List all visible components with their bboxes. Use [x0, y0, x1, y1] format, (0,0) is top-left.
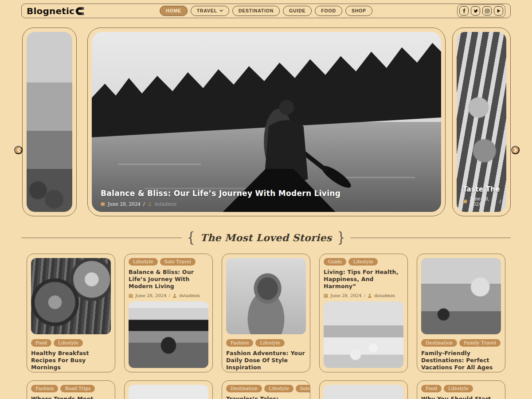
user-icon — [148, 202, 152, 206]
category-tag[interactable]: Destination — [226, 385, 262, 392]
carousel-slide-current[interactable]: Balance & Bliss: Our Life’s Journey With… — [87, 27, 446, 216]
heading-rule-right — [350, 238, 511, 238]
meta-separator: / — [499, 199, 501, 204]
stories-grid: Food Lifestyle Healthy Breakfast Recipes… — [27, 254, 505, 399]
hero-carousel: Balance & Bliss: Our Life’s Journey With… — [0, 27, 532, 216]
story-date: June 28, 2024 — [330, 293, 362, 298]
category-tag[interactable]: Road Trips — [60, 385, 95, 392]
story-card[interactable]: Destination Family Travel Family-Friendl… — [417, 254, 505, 372]
category-tag[interactable]: Lifestyle — [54, 339, 83, 347]
nav-item-shop[interactable]: SHOP — [345, 6, 372, 16]
category-tag[interactable]: Solo Travel — [160, 258, 196, 266]
hero-post-title[interactable]: Balance & Bliss: Our Life’s Journey With… — [101, 189, 436, 198]
story-card[interactable]: Lifestyle Solo Travel Balance & Bliss: O… — [124, 254, 213, 372]
story-card[interactable]: Fashion Lifestyle Fashion Adventure: You… — [222, 254, 310, 372]
story-title[interactable]: Traveler’s Tales: Inspiring Journeys And — [226, 395, 306, 399]
category-tag[interactable]: Lifestyle — [255, 339, 285, 347]
instagram-icon[interactable] — [482, 6, 492, 16]
heading-brace-right: } — [337, 231, 345, 245]
nav-item-travel[interactable]: TRAVEL — [191, 6, 229, 16]
tag-list: Fashion Road Trips — [31, 385, 111, 392]
category-tag[interactable]: Lifestyle — [264, 385, 293, 392]
story-card[interactable]: Fashion Road Trips Where Trends Meet Tim… — [27, 380, 115, 399]
hero-post-title[interactable]: Taste The World — [463, 185, 501, 193]
chevron-left-icon — [17, 148, 20, 152]
nav-item-guide[interactable]: GUIDE — [283, 6, 312, 16]
slide-photo[interactable]: Balance & Bliss: Our Life’s Journey With… — [92, 32, 441, 212]
section-title: The Most Loved Stories — [200, 232, 332, 243]
story-title[interactable]: Living: Tips For Health, Happiness, And … — [324, 269, 403, 290]
carousel-prev-button[interactable] — [14, 146, 23, 154]
story-title[interactable]: Where Trends Meet Timeless Style And — [31, 395, 111, 399]
hero-caption: Taste The World June 28, 2024 / — [463, 185, 501, 207]
story-thumbnail[interactable] — [129, 385, 208, 399]
story-card[interactable] — [124, 380, 213, 399]
carousel-slide-previous[interactable] — [22, 27, 77, 216]
story-card[interactable]: Food Lifestyle Healthy Breakfast Recipes… — [27, 254, 115, 372]
twitter-icon[interactable] — [471, 6, 480, 16]
story-thumbnail[interactable] — [324, 385, 403, 399]
category-tag[interactable]: Guide — [324, 258, 346, 266]
calendar-icon — [129, 293, 133, 298]
calendar-icon — [463, 199, 467, 203]
tag-list: Guide Lifestyle — [324, 258, 403, 266]
category-tag[interactable]: Fashion — [226, 339, 253, 347]
youtube-play-icon[interactable] — [494, 6, 503, 16]
heading-brace-left: { — [187, 231, 195, 245]
category-tag[interactable]: Lifestyle — [129, 258, 158, 266]
hero-caption: Balance & Bliss: Our Life’s Journey With… — [101, 189, 436, 207]
story-card[interactable]: Food Lifestyle Why You Should Start Your… — [417, 380, 505, 399]
story-author: dstadmin — [179, 293, 200, 298]
tag-list: Destination Lifestyle Solo Travel — [226, 385, 306, 392]
hero-post-meta: June 28, 2024 / dstadmin — [101, 201, 436, 207]
story-thumbnail[interactable] — [226, 258, 306, 334]
user-icon — [368, 293, 372, 298]
social-links — [457, 4, 505, 17]
category-tag[interactable]: Lifestyle — [444, 385, 473, 392]
category-tag[interactable]: Fashion — [31, 385, 58, 392]
carousel-next-button[interactable] — [511, 146, 520, 154]
meta-separator: / — [169, 293, 170, 298]
category-tag[interactable]: Destination — [421, 339, 457, 347]
story-thumbnail[interactable] — [129, 301, 208, 368]
story-title[interactable]: Balance & Bliss: Our Life’s Journey With… — [129, 269, 208, 290]
slide-photo[interactable] — [27, 32, 72, 212]
tag-list: Food Lifestyle — [421, 385, 501, 392]
story-thumbnail[interactable] — [324, 301, 403, 368]
story-title[interactable]: Fashion Adventure: Your Daily Dose Of St… — [226, 350, 306, 371]
story-card[interactable] — [319, 380, 408, 399]
hero-post-meta: June 28, 2024 / — [463, 196, 501, 207]
story-thumbnail[interactable] — [31, 258, 111, 334]
site-logo-text: Blognetic — [27, 6, 74, 16]
hero-photo-canoe-scene — [92, 32, 441, 212]
category-tag[interactable]: Lifestyle — [348, 258, 378, 266]
story-card[interactable]: Guide Lifestyle Living: Tips For Health,… — [319, 254, 408, 372]
nav-item-home[interactable]: HOME — [160, 6, 188, 16]
nav-item-food[interactable]: FOOD — [315, 6, 342, 16]
category-tag[interactable]: Family Travel — [459, 339, 501, 347]
story-meta: June 28, 2024 / dstadmin — [129, 293, 208, 298]
story-title[interactable]: Healthy Breakfast Recipes For Busy Morni… — [31, 350, 111, 371]
story-author: dstadmin — [374, 293, 395, 298]
tag-list: Lifestyle Solo Travel — [129, 258, 208, 266]
story-thumbnail[interactable] — [421, 258, 501, 334]
category-tag[interactable]: Food — [31, 339, 51, 347]
category-tag[interactable]: Solo Travel — [296, 385, 310, 392]
story-card[interactable]: Destination Lifestyle Solo Travel Travel… — [222, 380, 310, 399]
facebook-icon[interactable] — [459, 6, 469, 16]
meta-separator: / — [364, 293, 365, 298]
main-nav: HOME TRAVEL DESTINATION GUIDE FOOD SHOP — [160, 6, 372, 16]
category-tag[interactable]: Food — [421, 385, 442, 392]
story-title[interactable]: Why You Should Start Your Morning — [421, 395, 501, 399]
chevron-down-icon — [219, 9, 223, 12]
story-meta: June 28, 2024 / dstadmin — [324, 293, 403, 298]
tag-list: Destination Family Travel — [421, 339, 501, 347]
site-logo[interactable]: Blognetic — [27, 6, 84, 16]
story-title[interactable]: Family-Friendly Destinations: Perfect Va… — [421, 350, 501, 371]
hero-post-date: June 28, 2024 — [108, 201, 141, 207]
calendar-icon — [101, 202, 105, 206]
section-heading: { The Most Loved Stories } — [21, 231, 511, 244]
slide-photo[interactable]: Taste The World June 28, 2024 / — [457, 32, 506, 212]
carousel-slide-next[interactable]: Taste The World June 28, 2024 / — [452, 27, 511, 216]
nav-item-destination[interactable]: DESTINATION — [232, 6, 280, 16]
